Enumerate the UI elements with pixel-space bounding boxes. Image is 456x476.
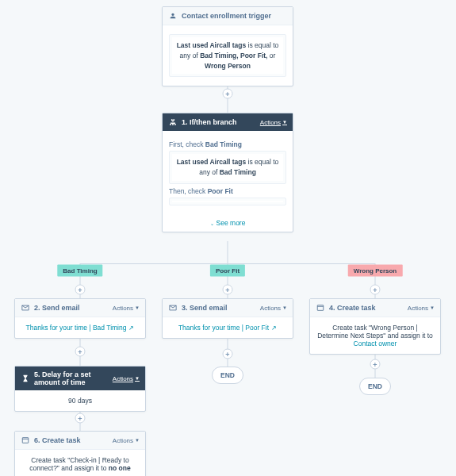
step-title: 3. Send email: [182, 304, 260, 312]
step-6-card[interactable]: 6. Create task Actions▼ Create task "Che…: [14, 431, 146, 476]
actions-dropdown[interactable]: Actions▼: [113, 305, 140, 312]
step-title: 2. Send email: [34, 304, 113, 312]
actions-dropdown[interactable]: Actions▼: [260, 305, 287, 312]
branch-title: 1. If/then branch: [182, 118, 260, 126]
external-link-icon: ↗: [128, 324, 134, 332]
end-node: END: [359, 378, 391, 395]
end-node: END: [212, 367, 243, 384]
step-4-card[interactable]: 4. Create task Actions▼ Create task "Wro…: [309, 298, 441, 355]
contact-owner-link[interactable]: Contact owner: [354, 340, 397, 347]
step-3-card[interactable]: 3. Send email Actions▼ Thanks for your t…: [162, 298, 293, 339]
chevron-down-icon: ▼: [135, 305, 140, 310]
chevron-down-icon: ▼: [282, 305, 287, 310]
add-step-button[interactable]: +: [75, 347, 86, 357]
trigger-card[interactable]: Contact enrollment trigger Last used Air…: [162, 6, 293, 86]
email-icon: [168, 303, 178, 313]
step-title: 4. Create task: [329, 304, 408, 312]
add-step-button[interactable]: +: [75, 285, 86, 295]
add-step-button[interactable]: +: [370, 359, 381, 370]
branch-icon: [168, 117, 178, 127]
branch-label-wrong-person: Wrong Person: [348, 265, 403, 277]
task-icon: [316, 303, 325, 313]
add-step-button[interactable]: +: [223, 349, 233, 359]
step-5-card[interactable]: 5. Delay for a set amount of time Action…: [14, 366, 146, 412]
then-check-label: Then, check Poor Fit: [169, 187, 286, 195]
trigger-title: Contact enrollment trigger: [182, 12, 287, 20]
chevron-down-icon: ▼: [135, 376, 140, 381]
actions-dropdown[interactable]: Actions▼: [408, 305, 435, 312]
add-step-button[interactable]: +: [223, 285, 233, 295]
see-more-button[interactable]: ⌄See more: [163, 214, 293, 232]
step-title: 6. Create task: [34, 436, 113, 444]
step-2-card[interactable]: 2. Send email Actions▼ Thanks for your t…: [14, 298, 146, 339]
svg-rect-0: [317, 305, 324, 311]
actions-dropdown[interactable]: Actions▼: [113, 375, 140, 382]
task-icon: [21, 436, 30, 445]
branch-condition-1: Last used Aircall tags is equal to any o…: [169, 151, 286, 184]
step-title: 5. Delay for a set amount of time: [34, 370, 113, 386]
delay-icon: [21, 374, 30, 383]
delay-body: 90 days: [15, 390, 145, 411]
branch-card[interactable]: 1. If/then branch Actions▼ First, check …: [162, 113, 293, 232]
add-step-button[interactable]: +: [370, 285, 381, 295]
add-step-button[interactable]: +: [223, 89, 233, 99]
email-link[interactable]: Thanks for your time | Bad Timing: [26, 324, 127, 332]
branch-condition-2: [169, 198, 286, 205]
email-icon: [21, 303, 30, 313]
task-body: Create task "Check-in | Ready to connect…: [15, 450, 145, 476]
external-link-icon: ↗: [271, 324, 277, 332]
chevron-down-icon: ▼: [282, 120, 287, 125]
chevron-down-icon: ⌄: [210, 221, 214, 226]
email-link[interactable]: Thanks for your time | Poor Fit: [178, 324, 269, 332]
trigger-condition: Last used Aircall tags is equal to any o…: [169, 34, 286, 77]
chevron-down-icon: ▼: [430, 305, 435, 310]
branch-label-bad-timing: Bad Timing: [57, 265, 102, 277]
add-step-button[interactable]: +: [75, 413, 86, 424]
contact-icon: [168, 11, 178, 21]
actions-dropdown[interactable]: Actions▼: [260, 119, 287, 126]
chevron-down-icon: ▼: [135, 438, 140, 443]
svg-rect-1: [22, 438, 29, 443]
first-check-label: First, check Bad Timing: [169, 140, 286, 148]
actions-dropdown[interactable]: Actions▼: [113, 437, 140, 444]
branch-label-poor-fit: Poor Fit: [210, 265, 245, 277]
task-body: Create task "Wrong Person | Determine Ne…: [310, 317, 440, 354]
